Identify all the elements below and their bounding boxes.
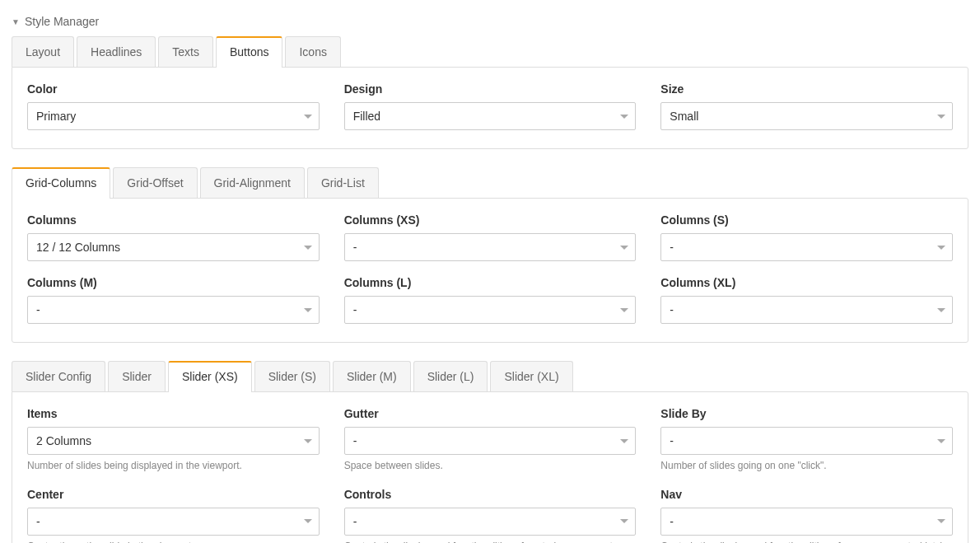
grid-panel: Columns 12 / 12 Columns Columns (XS) - C… bbox=[12, 198, 968, 343]
center-help: Center the active slide in the viewport. bbox=[27, 541, 320, 543]
center-label: Center bbox=[27, 488, 320, 501]
gutter-help: Space between slides. bbox=[344, 460, 637, 473]
tab-icons[interactable]: Icons bbox=[285, 36, 340, 67]
style-tabs: Layout Headlines Texts Buttons Icons bbox=[12, 36, 968, 67]
select-value: - bbox=[353, 434, 357, 447]
select-value: - bbox=[36, 303, 40, 316]
design-select[interactable]: Filled bbox=[344, 102, 637, 130]
columns-m-label: Columns (M) bbox=[27, 276, 320, 289]
tab-slider-m[interactable]: Slider (M) bbox=[333, 361, 411, 391]
grid-tabs: Grid-Columns Grid-Offset Grid-Alignment … bbox=[12, 167, 968, 198]
nav-select[interactable]: - bbox=[660, 508, 953, 536]
columns-label: Columns bbox=[27, 213, 320, 227]
select-value: - bbox=[353, 515, 357, 528]
nav-help: Controls the display and functionalities… bbox=[660, 541, 953, 543]
tab-slider-xl[interactable]: Slider (XL) bbox=[490, 361, 572, 391]
tab-layout[interactable]: Layout bbox=[12, 36, 74, 67]
tab-texts[interactable]: Texts bbox=[158, 36, 213, 67]
slideby-select[interactable]: - bbox=[660, 427, 953, 455]
size-label: Size bbox=[660, 82, 953, 96]
items-label: Items bbox=[27, 407, 320, 420]
columns-m-select[interactable]: - bbox=[27, 296, 320, 324]
tab-grid-alignment[interactable]: Grid-Alignment bbox=[200, 167, 305, 198]
tab-buttons[interactable]: Buttons bbox=[216, 36, 282, 68]
tab-slider[interactable]: Slider bbox=[108, 361, 166, 391]
select-value: Filled bbox=[353, 110, 380, 123]
columns-select[interactable]: 12 / 12 Columns bbox=[27, 233, 320, 261]
nav-label: Nav bbox=[660, 488, 953, 501]
gutter-select[interactable]: - bbox=[344, 427, 637, 455]
slideby-label: Slide By bbox=[660, 407, 953, 420]
tab-headlines[interactable]: Headlines bbox=[77, 36, 156, 67]
select-value: Small bbox=[670, 110, 698, 123]
columns-xl-label: Columns (XL) bbox=[660, 276, 953, 289]
slider-panel: Items 2 Columns Number of slides being d… bbox=[12, 391, 968, 543]
gutter-label: Gutter bbox=[344, 407, 637, 420]
tab-slider-l[interactable]: Slider (L) bbox=[413, 361, 488, 391]
columns-s-select[interactable]: - bbox=[660, 233, 953, 261]
select-value: - bbox=[670, 434, 674, 447]
color-select[interactable]: Primary bbox=[27, 102, 320, 130]
columns-l-select[interactable]: - bbox=[344, 296, 637, 324]
tab-slider-s[interactable]: Slider (S) bbox=[254, 361, 330, 391]
controls-label: Controls bbox=[344, 488, 637, 501]
slideby-help: Number of slides going on one "click". bbox=[660, 460, 953, 473]
items-help: Number of slides being displayed in the … bbox=[27, 460, 320, 473]
select-value: - bbox=[670, 241, 674, 254]
columns-l-label: Columns (L) bbox=[344, 276, 637, 289]
tab-grid-columns[interactable]: Grid-Columns bbox=[12, 167, 110, 199]
select-value: - bbox=[670, 303, 674, 316]
select-value: 12 / 12 Columns bbox=[36, 241, 120, 254]
columns-xl-select[interactable]: - bbox=[660, 296, 953, 324]
select-value: - bbox=[353, 303, 357, 316]
tab-slider-xs[interactable]: Slider (XS) bbox=[168, 361, 252, 392]
color-label: Color bbox=[27, 82, 320, 96]
collapse-caret-icon: ▼ bbox=[12, 17, 20, 26]
size-select[interactable]: Small bbox=[660, 102, 953, 130]
section-header[interactable]: ▼ Style Manager bbox=[12, 15, 968, 28]
tab-grid-offset[interactable]: Grid-Offset bbox=[113, 167, 197, 198]
select-value: Primary bbox=[36, 110, 76, 123]
tab-slider-config[interactable]: Slider Config bbox=[12, 361, 105, 391]
select-value: - bbox=[670, 515, 674, 528]
slider-tabs: Slider Config Slider Slider (XS) Slider … bbox=[12, 361, 968, 391]
items-select[interactable]: 2 Columns bbox=[27, 427, 320, 455]
center-select[interactable]: - bbox=[27, 508, 320, 536]
columns-s-label: Columns (S) bbox=[660, 213, 953, 227]
select-value: - bbox=[353, 241, 357, 254]
columns-xs-label: Columns (XS) bbox=[344, 213, 637, 227]
select-value: 2 Columns bbox=[36, 434, 91, 447]
controls-select[interactable]: - bbox=[344, 508, 637, 536]
design-label: Design bbox=[344, 82, 637, 96]
select-value: - bbox=[36, 515, 40, 528]
style-panel: Color Primary Design Filled Size Small bbox=[12, 67, 968, 149]
columns-xs-select[interactable]: - bbox=[344, 233, 637, 261]
controls-help: Controls the display and functionalities… bbox=[344, 541, 637, 543]
tab-grid-list[interactable]: Grid-List bbox=[307, 167, 379, 198]
section-title: Style Manager bbox=[25, 15, 99, 28]
